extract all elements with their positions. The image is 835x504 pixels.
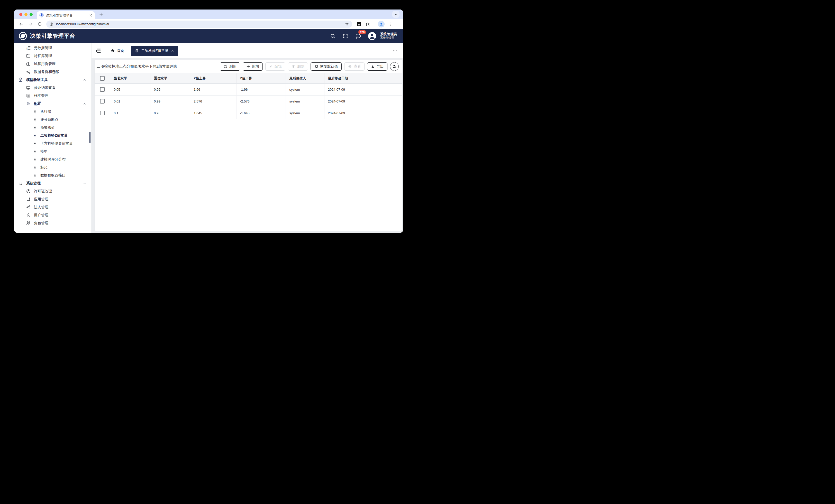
favicon-swirl-icon bbox=[39, 13, 44, 18]
sidebar-item-license-management[interactable]: 许可证管理 bbox=[14, 187, 91, 195]
sidebar-section-label: 系统管理 bbox=[26, 181, 41, 186]
sidebar-item-score-cutoff[interactable]: 评分截断点 bbox=[14, 115, 91, 124]
sidebar-item-trial-case-management[interactable]: 试算用例管理 bbox=[14, 60, 91, 68]
pencil-icon bbox=[269, 64, 273, 68]
browser-tab[interactable]: 决策引擎管理平台 bbox=[37, 11, 95, 19]
sidebar-item-data-extractor-interface[interactable]: 数据抽取器接口 bbox=[14, 171, 91, 179]
delete-button[interactable]: 删除 bbox=[288, 62, 308, 71]
messages-icon[interactable]: 120 bbox=[355, 33, 362, 39]
sidebar-item-label: 试算用例管理 bbox=[34, 62, 56, 66]
back-button[interactable] bbox=[19, 22, 24, 27]
export-button[interactable]: 导出 bbox=[367, 62, 387, 71]
select-all-checkbox[interactable] bbox=[100, 76, 105, 81]
sidebar-item-data-backup-migration[interactable]: 数据备份和迁移 bbox=[14, 68, 91, 76]
table-row[interactable]: 0.01 0.99 2.576 -2.576 system 2024-07-09 bbox=[95, 95, 402, 107]
site-info-icon[interactable] bbox=[49, 22, 54, 26]
row-checkbox[interactable] bbox=[100, 99, 105, 104]
screen: 决策引擎管理平台 bbox=[0, 0, 418, 252]
sidebar-item-ruler[interactable]: 标尺 bbox=[14, 163, 91, 171]
receipt-icon bbox=[33, 118, 37, 122]
sidebar-item-binomial-z-constants[interactable]: 二项检验Z值常量 bbox=[14, 131, 91, 140]
url-text[interactable]: localhost:8080/#/mv/config/binomial bbox=[56, 22, 342, 26]
delete-label: 删除 bbox=[297, 64, 304, 69]
tab-binomial-z-constants[interactable]: 二项检验Z值常量 bbox=[131, 46, 178, 56]
extensions-puzzle-icon[interactable] bbox=[365, 22, 370, 27]
reload-button[interactable] bbox=[37, 22, 42, 26]
fullscreen-icon[interactable] bbox=[342, 33, 348, 39]
user-settings-button[interactable] bbox=[390, 62, 399, 71]
sidebar-item-validation-results[interactable]: 验证结果查看 bbox=[14, 84, 91, 92]
restore-defaults-button[interactable]: 恢复默认值 bbox=[310, 62, 342, 71]
close-window-button[interactable] bbox=[19, 13, 22, 16]
zoom-window-button[interactable] bbox=[29, 13, 33, 16]
edit-label: 编辑 bbox=[274, 64, 282, 69]
sidebar-section-system-management[interactable]: 系统管理 bbox=[14, 179, 91, 187]
chevron-down-icon bbox=[394, 13, 398, 16]
close-tab-icon[interactable] bbox=[171, 49, 174, 52]
tab-home[interactable]: 首页 bbox=[110, 48, 124, 53]
receipt-icon bbox=[33, 173, 37, 178]
sidebar-item-label: 数据备份和迁移 bbox=[34, 70, 59, 74]
close-tab-icon[interactable] bbox=[89, 14, 92, 17]
table-cell: 0.1 bbox=[110, 107, 150, 119]
gear-icon bbox=[18, 181, 23, 186]
extension-app-icon[interactable] bbox=[356, 21, 362, 27]
table-cell: 2024-07-09 bbox=[324, 95, 402, 107]
sidebar-item-user-management[interactable]: 用户管理 bbox=[14, 211, 91, 219]
sidebar-item-model[interactable]: 模型 bbox=[14, 147, 91, 155]
sidebar-item-label: 卡方检验临界值常量 bbox=[40, 141, 73, 146]
refresh-button[interactable]: 刷新 bbox=[220, 62, 240, 71]
folder-icon bbox=[26, 54, 31, 58]
edit-button[interactable]: 编辑 bbox=[265, 62, 285, 71]
add-button[interactable]: 新增 bbox=[243, 62, 263, 71]
sidebar-item-feature-library[interactable]: 特征库管理 bbox=[14, 52, 91, 60]
sidebar-item-label: 执行器 bbox=[40, 109, 51, 114]
sidebar-item-metadata-management[interactable]: 1 2 3 元数据管理 bbox=[14, 44, 91, 52]
sidebar-item-label: 样本管理 bbox=[34, 93, 48, 98]
table-row[interactable]: 0.1 0.9 1.645 -1.645 system 2024-07-09 bbox=[95, 107, 402, 119]
sidebar-item-legal-entity-management[interactable]: 法人管理 bbox=[14, 203, 91, 211]
sidebar-item-label: 应用管理 bbox=[34, 197, 48, 202]
receipt-icon bbox=[33, 109, 37, 114]
table-row[interactable]: 0.05 0.95 1.96 -1.96 system 2024-07-09 bbox=[95, 83, 402, 95]
sidebar-item-executor[interactable]: 执行器 bbox=[14, 108, 91, 115]
minimize-window-button[interactable] bbox=[24, 13, 27, 16]
gear-icon bbox=[26, 101, 31, 106]
view-button[interactable]: 查看 bbox=[344, 62, 365, 71]
sidebar-item-label: 标尺 bbox=[40, 165, 47, 170]
row-checkbox[interactable] bbox=[100, 87, 105, 92]
row-checkbox[interactable] bbox=[100, 111, 105, 115]
tab-more-icon[interactable] bbox=[392, 48, 398, 54]
user-info[interactable]: 系统管理员 系统管理员 bbox=[380, 32, 397, 40]
app-logo-swirl-icon bbox=[19, 31, 27, 40]
sidebar-item-warning-threshold[interactable]: 预警阈值 bbox=[14, 124, 91, 131]
browser-profile-avatar[interactable] bbox=[378, 21, 385, 27]
sidebar-item-sample-management[interactable]: 样本管理 bbox=[14, 92, 91, 100]
sidebar-item-modeling-score-distribution[interactable]: 建模时评分分布 bbox=[14, 155, 91, 163]
address-bar[interactable]: localhost:8080/#/mv/config/binomial bbox=[46, 21, 352, 28]
sidebar-section-config[interactable]: 配置 bbox=[14, 100, 91, 108]
receipt-icon bbox=[33, 149, 37, 154]
sidebar-section-model-validation-tools[interactable]: 模型验证工具 bbox=[14, 76, 91, 84]
browser-menu-kebab-icon[interactable] bbox=[388, 22, 392, 26]
new-tab-button[interactable] bbox=[99, 12, 103, 18]
forward-button[interactable] bbox=[28, 22, 33, 27]
col-z-lower: Z值下界 bbox=[236, 73, 286, 83]
app-header: 决策引擎管理平台 120 系统管理员 系统管理员 bbox=[14, 29, 403, 43]
table-cell: 0.95 bbox=[150, 83, 190, 95]
search-icon[interactable] bbox=[330, 33, 336, 39]
collapse-sidebar-icon[interactable] bbox=[95, 48, 101, 54]
sidebar-item-application-management[interactable]: 应用管理 bbox=[14, 195, 91, 203]
user-avatar[interactable] bbox=[368, 32, 376, 40]
browser-tab-strip: 决策引擎管理平台 bbox=[14, 9, 403, 19]
table-cell: system bbox=[286, 95, 324, 107]
tab-search-button[interactable] bbox=[392, 11, 400, 18]
bookmark-star-icon[interactable] bbox=[345, 22, 349, 26]
list-toolbar: 二项检验标准正态分布显著水平下的Z值常量列表 刷新 bbox=[95, 60, 402, 73]
sidebar-item-chi-square-constants[interactable]: 卡方检验临界值常量 bbox=[14, 140, 91, 147]
tab-label: 二项检验Z值常量 bbox=[141, 48, 169, 53]
sidebar-item-label: 特征库管理 bbox=[34, 54, 52, 58]
briefcase-icon bbox=[26, 61, 31, 66]
receipt-icon bbox=[135, 49, 139, 53]
sidebar-item-role-management[interactable]: 角色管理 bbox=[14, 219, 91, 227]
